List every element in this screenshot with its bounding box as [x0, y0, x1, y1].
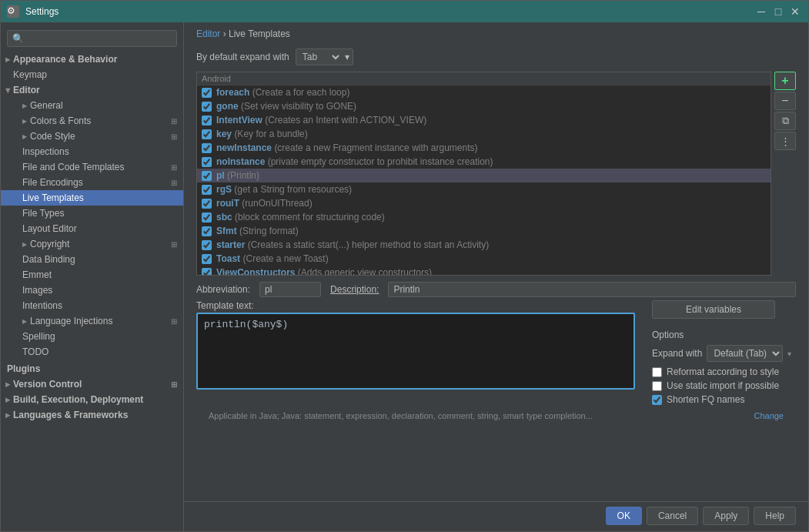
- sidebar-item-language-injections[interactable]: ▶ Language Injections ⊞: [1, 313, 183, 329]
- template-checkbox[interactable]: [202, 185, 212, 195]
- template-list-scroll[interactable]: Android foreach (Create a for each loop)…: [196, 72, 771, 276]
- remove-template-button[interactable]: −: [774, 92, 796, 110]
- sidebar-item-languages[interactable]: ▶ Languages & Frameworks: [1, 407, 183, 423]
- sidebar-item-label: Colors & Fonts: [30, 115, 91, 126]
- sidebar-item-general[interactable]: ▶ General: [1, 98, 183, 113]
- help-button[interactable]: Help: [754, 507, 796, 525]
- minimize-button[interactable]: ─: [754, 5, 768, 18]
- sidebar-item-intentions[interactable]: Intentions: [1, 298, 183, 313]
- table-row[interactable]: gone (Set view visibility to GONE): [197, 99, 771, 113]
- table-row[interactable]: IntentView (Creates an Intent with ACTIO…: [197, 113, 771, 127]
- search-input[interactable]: [7, 30, 177, 47]
- template-keyword: gone: [216, 101, 239, 112]
- arrow-icon: ▶: [22, 241, 27, 248]
- template-keyword: IntentView: [216, 115, 262, 125]
- copy-template-button[interactable]: ⧉: [774, 112, 796, 130]
- shorten-fq-row: Shorten FQ names: [652, 394, 791, 405]
- table-row[interactable]: Toast (Create a new Toast): [197, 252, 771, 266]
- template-text-area[interactable]: println($any$): [196, 313, 635, 390]
- description-input[interactable]: [388, 282, 796, 297]
- sidebar-item-data-binding[interactable]: Data Binding: [1, 252, 183, 267]
- sidebar-item-keymap[interactable]: Keymap: [1, 67, 183, 82]
- table-row[interactable]: starter (Creates a static start(...) hel…: [197, 238, 771, 252]
- expand-with-dropdown[interactable]: Tab Enter Space ▾: [296, 49, 353, 65]
- abbreviation-input[interactable]: [259, 282, 321, 297]
- abbreviation-row: Abbreviation: Description:: [196, 282, 796, 297]
- abbreviation-label: Abbreviation:: [196, 284, 250, 295]
- breadcrumb-current: Live Templates: [229, 28, 290, 39]
- maximize-button[interactable]: □: [771, 5, 785, 18]
- sidebar-item-plugins[interactable]: Plugins: [1, 361, 183, 376]
- options-section: Options Expand with Default (Tab) Tab En…: [652, 330, 791, 408]
- breadcrumb-parent[interactable]: Editor: [196, 28, 220, 39]
- table-row[interactable]: pl (Println): [197, 169, 771, 182]
- close-button[interactable]: ✕: [788, 5, 802, 18]
- sidebar-item-spelling[interactable]: Spelling: [1, 329, 183, 344]
- template-checkbox[interactable]: [202, 171, 212, 181]
- template-desc: (private empty constructor to prohibit i…: [268, 156, 493, 167]
- template-checkbox[interactable]: [202, 157, 212, 167]
- template-checkbox[interactable]: [202, 199, 212, 209]
- sidebar-item-label: Emmet: [22, 269, 52, 280]
- sidebar-item-code-style[interactable]: ▶ Code Style ⊞: [1, 129, 183, 144]
- template-checkbox[interactable]: [202, 102, 212, 112]
- table-row[interactable]: newInstance (create a new Fragment insta…: [197, 141, 771, 155]
- table-row[interactable]: sbc (block comment for structuring code): [197, 210, 771, 224]
- static-import-checkbox[interactable]: [652, 381, 662, 391]
- sidebar-item-colors-fonts[interactable]: ▶ Colors & Fonts ⊞: [1, 113, 183, 129]
- expand-with-select[interactable]: Tab Enter Space: [299, 51, 342, 63]
- sidebar-item-images[interactable]: Images: [1, 283, 183, 298]
- sidebar-item-file-types[interactable]: File Types: [1, 206, 183, 221]
- sidebar-item-emmet[interactable]: Emmet: [1, 267, 183, 283]
- table-row[interactable]: ViewConstructors (Adds generic view cons…: [197, 266, 771, 276]
- ok-button[interactable]: OK: [606, 507, 642, 525]
- sidebar-item-inspections[interactable]: Inspections: [1, 144, 183, 159]
- sidebar-item-label: File and Code Templates: [22, 162, 125, 172]
- sidebar-item-todo[interactable]: TODO: [1, 344, 183, 360]
- sidebar-item-label: File Types: [22, 208, 64, 219]
- sidebar-item-version-control[interactable]: ▶ Version Control ⊞: [1, 376, 183, 392]
- template-desc: (runOnUIThread): [242, 198, 312, 209]
- template-checkbox[interactable]: [202, 212, 212, 223]
- search-box[interactable]: [7, 30, 177, 47]
- applicable-change-link[interactable]: Change: [754, 411, 784, 420]
- template-checkbox[interactable]: [202, 240, 212, 250]
- apply-button[interactable]: Apply: [703, 507, 749, 525]
- template-desc: (block comment for structuring code): [235, 212, 385, 223]
- sidebar-item-layout-editor[interactable]: Layout Editor: [1, 221, 183, 236]
- sidebar-item-file-and-code[interactable]: File and Code Templates ⊞: [1, 159, 183, 175]
- template-checkbox[interactable]: [202, 268, 212, 276]
- sidebar-item-live-templates[interactable]: Live Templates: [1, 190, 183, 206]
- table-row[interactable]: rgS (get a String from resources): [197, 182, 771, 196]
- move-template-button[interactable]: ⋮: [774, 132, 796, 150]
- sidebar-item-appearance[interactable]: ▶ Appearance & Behavior: [1, 52, 183, 67]
- sidebar-item-label: Editor: [13, 85, 40, 95]
- sidebar-item-label: Version Control: [13, 379, 82, 390]
- sidebar-item-label: Spelling: [22, 331, 55, 342]
- template-keyword: rgS: [216, 184, 232, 195]
- template-checkbox[interactable]: [202, 129, 212, 139]
- options-expand-select[interactable]: Default (Tab) Tab Enter Space: [707, 345, 783, 362]
- template-keyword: rouiT: [216, 198, 239, 209]
- template-checkbox[interactable]: [202, 254, 212, 264]
- reformat-checkbox[interactable]: [652, 367, 662, 377]
- shorten-fq-checkbox[interactable]: [652, 395, 662, 405]
- table-row[interactable]: key (Key for a bundle): [197, 127, 771, 141]
- sidebar-item-file-encodings[interactable]: File Encodings ⊞: [1, 175, 183, 190]
- add-template-button[interactable]: +: [774, 72, 796, 90]
- sidebar-item-editor[interactable]: ▶ Editor: [1, 82, 183, 98]
- sidebar-item-build-exec[interactable]: ▶ Build, Execution, Deployment: [1, 392, 183, 407]
- sidebar-item-copyright[interactable]: ▶ Copyright ⊞: [1, 236, 183, 252]
- expand-row: By default expand with Tab Enter Space ▾: [184, 45, 808, 72]
- arrow-icon: ▶: [5, 396, 10, 403]
- cancel-button[interactable]: Cancel: [647, 507, 698, 525]
- template-checkbox[interactable]: [202, 115, 212, 125]
- table-row[interactable]: foreach (Create a for each loop): [197, 85, 771, 99]
- table-row[interactable]: rouiT (runOnUIThread): [197, 196, 771, 210]
- template-checkbox[interactable]: [202, 226, 212, 236]
- edit-variables-button[interactable]: Edit variables: [652, 300, 775, 319]
- table-row[interactable]: Sfmt (String format): [197, 224, 771, 238]
- template-checkbox[interactable]: [202, 143, 212, 153]
- table-row[interactable]: noInstance (private empty constructor to…: [197, 155, 771, 169]
- template-checkbox[interactable]: [202, 88, 212, 98]
